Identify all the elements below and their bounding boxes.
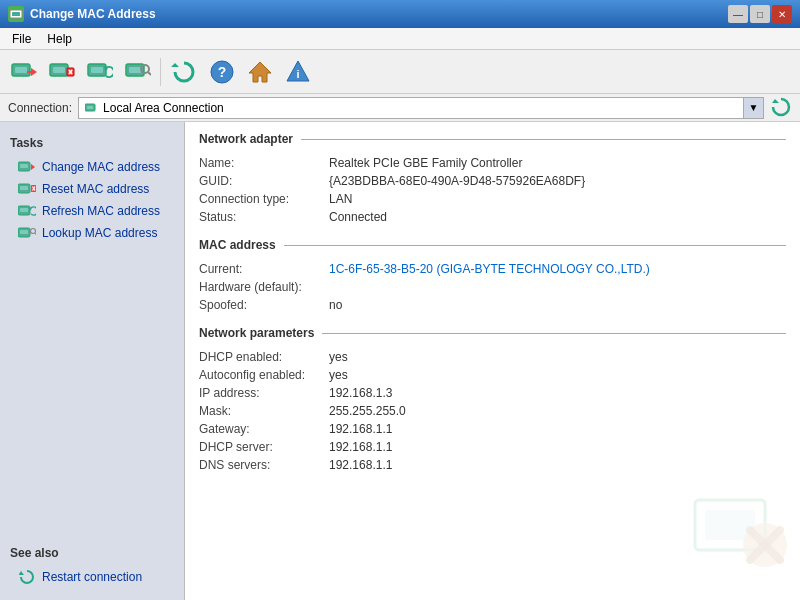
main-layout: Tasks Change MAC address xyxy=(0,122,800,600)
adapter-status-label: Status: xyxy=(199,210,329,224)
close-button[interactable]: ✕ xyxy=(772,5,792,23)
connection-select[interactable]: Local Area Connection ▼ xyxy=(78,97,764,119)
mask-value: 255.255.255.0 xyxy=(329,404,406,418)
menu-file[interactable]: File xyxy=(4,30,39,48)
sidebar-item-lookup-mac-label: Lookup MAC address xyxy=(42,226,157,240)
adapter-guid-row: GUID: {A23BDBBA-68E0-490A-9D48-575926EA6… xyxy=(199,172,786,190)
svg-marker-4 xyxy=(31,68,37,76)
network-adapter-line xyxy=(301,139,786,140)
svg-rect-12 xyxy=(91,67,103,73)
sidebar-item-reset-mac[interactable]: Reset MAC address xyxy=(10,178,174,200)
network-adapter-section: Network adapter Name: Realtek PCIe GBE F… xyxy=(199,132,786,226)
svg-text:i: i xyxy=(296,68,299,80)
adapter-status-row: Status: Connected xyxy=(199,208,786,226)
see-also-title: See also xyxy=(10,546,174,560)
svg-line-17 xyxy=(148,72,151,75)
info-toolbar-button[interactable]: i xyxy=(281,55,315,89)
adapter-guid-value: {A23BDBBA-68E0-490A-9D48-575926EA68DF} xyxy=(329,174,585,188)
refresh-toolbar-button[interactable] xyxy=(167,55,201,89)
sidebar-spacer xyxy=(0,248,184,540)
mac-current-row: Current: 1C-6F-65-38-B5-20 (GIGA-BYTE TE… xyxy=(199,260,786,278)
app-icon xyxy=(8,6,24,22)
network-adapter-header: Network adapter xyxy=(199,132,786,146)
autoconfig-row: Autoconfig enabled: yes xyxy=(199,366,786,384)
dhcp-value: yes xyxy=(329,350,348,364)
sidebar-item-lookup-mac[interactable]: Lookup MAC address xyxy=(10,222,174,244)
adapter-conntype-label: Connection type: xyxy=(199,192,329,206)
dns-label: DNS servers: xyxy=(199,458,329,472)
sidebar-item-change-mac[interactable]: Change MAC address xyxy=(10,156,174,178)
autoconfig-label: Autoconfig enabled: xyxy=(199,368,329,382)
dhcp-row: DHCP enabled: yes xyxy=(199,348,786,366)
connection-refresh-button[interactable] xyxy=(770,97,792,119)
svg-marker-26 xyxy=(772,99,779,103)
connection-select-text: Local Area Connection xyxy=(79,101,743,115)
dns-row: DNS servers: 192.168.1.1 xyxy=(199,456,786,474)
reset-mac-toolbar-button[interactable] xyxy=(44,55,78,89)
watermark xyxy=(690,490,790,570)
adapter-conntype-row: Connection type: LAN xyxy=(199,190,786,208)
mac-address-title: MAC address xyxy=(199,238,276,252)
tasks-title: Tasks xyxy=(10,136,174,150)
mac-current-value[interactable]: 1C-6F-65-38-B5-20 (GIGA-BYTE TECHNOLOGY … xyxy=(329,262,650,276)
adapter-status-value: Connected xyxy=(329,210,387,224)
dhcp-server-label: DHCP server: xyxy=(199,440,329,454)
mask-row: Mask: 255.255.255.0 xyxy=(199,402,786,420)
change-mac-icon xyxy=(18,159,36,175)
adapter-conntype-value: LAN xyxy=(329,192,352,206)
gateway-row: Gateway: 192.168.1.1 xyxy=(199,420,786,438)
content-area: Network adapter Name: Realtek PCIe GBE F… xyxy=(185,122,800,600)
connection-label: Connection: xyxy=(8,101,72,115)
ip-value: 192.168.1.3 xyxy=(329,386,392,400)
home-toolbar-button[interactable] xyxy=(243,55,277,89)
restart-connection-icon xyxy=(18,569,36,585)
window-controls: — □ ✕ xyxy=(728,5,792,23)
change-mac-toolbar-button[interactable] xyxy=(6,55,40,89)
svg-marker-42 xyxy=(19,571,24,575)
toolbar: ? i xyxy=(0,50,800,94)
adapter-name-value: Realtek PCIe GBE Family Controller xyxy=(329,156,522,170)
svg-rect-25 xyxy=(87,106,93,109)
refresh-mac-toolbar-button[interactable] xyxy=(82,55,116,89)
mac-spoofed-value: no xyxy=(329,298,342,312)
toolbar-sep-1 xyxy=(160,58,161,86)
connection-dropdown-arrow[interactable]: ▼ xyxy=(743,98,763,118)
dhcp-server-value: 192.168.1.1 xyxy=(329,440,392,454)
svg-rect-15 xyxy=(129,67,141,73)
menu-help[interactable]: Help xyxy=(39,30,80,48)
svg-rect-36 xyxy=(20,208,28,212)
mac-address-header: MAC address xyxy=(199,238,786,252)
help-toolbar-button[interactable]: ? xyxy=(205,55,239,89)
svg-rect-1 xyxy=(12,12,20,16)
svg-point-40 xyxy=(31,229,36,234)
menu-bar: File Help xyxy=(0,28,800,50)
dhcp-server-row: DHCP server: 192.168.1.1 xyxy=(199,438,786,456)
ip-label: IP address: xyxy=(199,386,329,400)
svg-marker-18 xyxy=(171,63,179,67)
svg-marker-29 xyxy=(31,164,35,170)
refresh-mac-icon xyxy=(18,203,36,219)
sidebar-item-refresh-mac[interactable]: Refresh MAC address xyxy=(10,200,174,222)
adapter-name-label: Name: xyxy=(199,156,329,170)
network-adapter-title: Network adapter xyxy=(199,132,293,146)
gateway-value: 192.168.1.1 xyxy=(329,422,392,436)
svg-rect-39 xyxy=(20,230,28,234)
network-params-header: Network parameters xyxy=(199,326,786,340)
sidebar-item-restart-connection-label: Restart connection xyxy=(42,570,142,584)
mac-current-label: Current: xyxy=(199,262,329,276)
mac-address-line xyxy=(284,245,786,246)
minimize-button[interactable]: — xyxy=(728,5,748,23)
maximize-button[interactable]: □ xyxy=(750,5,770,23)
sidebar-item-refresh-mac-label: Refresh MAC address xyxy=(42,204,160,218)
mac-hardware-label: Hardware (default): xyxy=(199,280,329,294)
sidebar-item-change-mac-label: Change MAC address xyxy=(42,160,160,174)
mac-spoofed-label: Spoofed: xyxy=(199,298,329,312)
svg-rect-28 xyxy=(20,164,28,168)
sidebar: Tasks Change MAC address xyxy=(0,122,185,600)
lookup-mac-toolbar-button[interactable] xyxy=(120,55,154,89)
mac-address-section: MAC address Current: 1C-6F-65-38-B5-20 (… xyxy=(199,238,786,314)
svg-rect-3 xyxy=(15,67,27,73)
svg-marker-21 xyxy=(249,62,271,82)
mask-label: Mask: xyxy=(199,404,329,418)
sidebar-item-restart-connection[interactable]: Restart connection xyxy=(10,566,174,588)
